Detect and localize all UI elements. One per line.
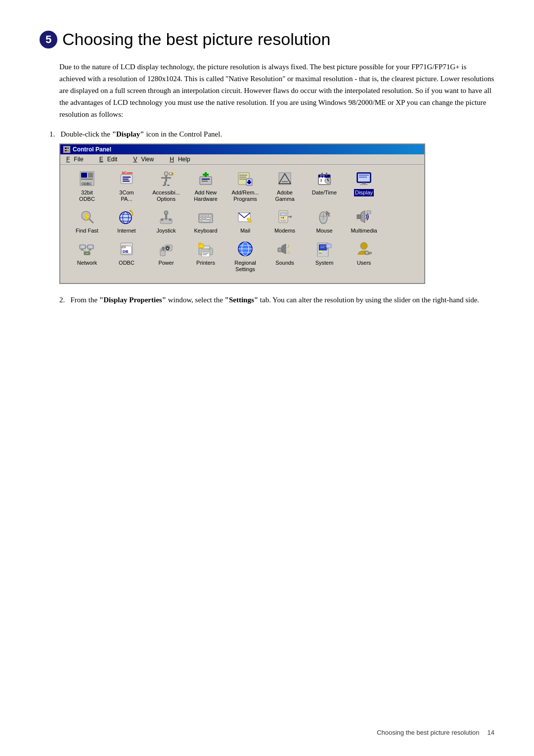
cp-icon-adobe[interactable]: AdobeGamma [265, 170, 305, 203]
svg-point-63 [161, 219, 164, 221]
step-1-label: 1. [49, 130, 55, 138]
svg-rect-111 [162, 247, 164, 250]
cp-icon-sounds[interactable]: ♪ ♫ Sounds [265, 240, 305, 273]
cp-icon-multimedia[interactable]: Multimedia [344, 208, 384, 235]
svg-rect-20 [167, 185, 170, 186]
cp-icon-mouse[interactable]: Mouse [305, 208, 344, 235]
cp-icon-power-label: Power [157, 259, 175, 267]
cp-icon-multimedia-img [355, 208, 373, 226]
cp-icon-network-img [78, 240, 96, 258]
svg-point-22 [170, 173, 172, 175]
body-paragraph: Due to the nature of LCD display technol… [59, 61, 494, 120]
cp-icon-add-hardware-label: Add NewHardware [193, 189, 219, 203]
cp-icon-accessibility[interactable]: Accessibi...Options [146, 170, 186, 203]
step-2-mid: window, select the [166, 296, 225, 304]
cp-icon-findfast[interactable]: Find Fast [67, 208, 107, 235]
step-1-text: 1. Double-click the "Display" icon in th… [49, 130, 494, 139]
svg-rect-41 [321, 173, 323, 176]
cp-icon-modems[interactable]: Modems [265, 208, 305, 235]
svg-rect-24 [202, 179, 210, 180]
svg-point-80 [285, 217, 286, 219]
svg-point-132 [320, 250, 322, 252]
cp-icon-network[interactable]: Network [67, 240, 107, 273]
footer-right-text: 14 [488, 729, 494, 736]
cp-icon-odbc[interactable]: DB ODBC [107, 240, 146, 273]
svg-point-101 [88, 253, 89, 254]
svg-rect-6 [81, 173, 87, 178]
svg-rect-19 [163, 185, 165, 186]
cp-icon-internet[interactable]: Internet [107, 208, 146, 235]
cp-icon-joystick[interactable]: Joystick [146, 208, 186, 235]
svg-rect-68 [206, 215, 208, 217]
cp-icon-adobe-img [276, 170, 294, 188]
cp-icon-add-remove[interactable]: Add/Rem...Programs [225, 170, 265, 203]
step-2-bold1: "Display Properties" [99, 296, 166, 304]
cp-icon-3com-label: 3ComPA... [118, 189, 134, 203]
cp-icon-network-label: Network [76, 259, 98, 267]
cp-icon-32bit[interactable]: ODBC 32bitODBC [67, 170, 107, 203]
svg-point-100 [87, 253, 88, 254]
cp-icon-display-img [355, 170, 373, 188]
step-2-post: tab. You can alter the resolution by usi… [258, 296, 479, 304]
cp-icon-users-img [355, 240, 373, 258]
svg-rect-17 [161, 177, 171, 179]
svg-rect-42 [326, 173, 327, 176]
step-2-label: 2. [59, 296, 65, 304]
svg-text:3: 3 [320, 178, 322, 183]
svg-text:♪: ♪ [287, 242, 290, 249]
cp-menubar: FFile EEdit VView HHelp [60, 154, 424, 165]
svg-point-141 [366, 252, 368, 254]
page-title-container: 5 Choosing the best picture resolution [40, 30, 494, 49]
svg-rect-72 [206, 218, 211, 219]
svg-rect-66 [200, 215, 202, 217]
svg-rect-11 [123, 177, 131, 178]
cp-icon-internet-label: Internet [116, 227, 136, 235]
cp-icon-regional[interactable]: RegionalSettings [225, 240, 265, 273]
svg-rect-2 [67, 147, 69, 149]
svg-rect-143 [371, 252, 372, 254]
svg-rect-106 [122, 246, 126, 248]
svg-rect-3 [65, 150, 67, 151]
cp-icon-mail-img [236, 208, 254, 226]
cp-icon-internet-img [118, 208, 135, 226]
cp-icon-system-img [315, 240, 333, 258]
cp-icon-3com[interactable]: 3Com 3ComPA... [107, 170, 146, 203]
svg-rect-94 [89, 245, 92, 248]
cp-icon-accessibility-label: Accessibi...Options [151, 189, 181, 203]
svg-text:3Com: 3Com [122, 171, 133, 175]
cp-icon-display[interactable]: Display [344, 170, 384, 203]
svg-rect-126 [278, 248, 282, 252]
svg-point-139 [360, 242, 367, 249]
svg-text:♫: ♫ [287, 249, 291, 255]
cp-icon-power[interactable]: Power [146, 240, 186, 273]
cp-icon-users[interactable]: Users [344, 240, 384, 273]
svg-rect-134 [320, 246, 325, 246]
step-1-pre: Double-click the [61, 130, 112, 138]
svg-rect-1 [65, 147, 67, 149]
svg-rect-13 [123, 181, 130, 182]
svg-rect-8 [81, 179, 93, 180]
cp-menu-view[interactable]: VView [129, 155, 158, 163]
svg-rect-71 [203, 218, 205, 219]
cp-icon-printers-label: Printers [195, 259, 216, 267]
cp-icon-keyboard[interactable]: Keyboard [186, 208, 225, 235]
cp-icon-printers[interactable]: Printers [186, 240, 225, 273]
svg-rect-81 [280, 220, 286, 222]
cp-menu-file[interactable]: FFile [62, 155, 88, 163]
cp-icon-add-hardware[interactable]: Add NewHardware [186, 170, 225, 203]
cp-menu-edit[interactable]: EEdit [95, 155, 122, 163]
svg-rect-27 [203, 174, 209, 176]
cp-icon-32bit-label: 32bitODBC [78, 189, 96, 203]
svg-text:DB: DB [123, 249, 129, 254]
cp-icon-mouse-label: Mouse [315, 227, 333, 235]
svg-line-53 [89, 219, 93, 223]
cp-icon-accessibility-img [157, 170, 175, 188]
cp-menu-help[interactable]: HHelp [166, 155, 194, 163]
cp-icon-mail-label: Mail [239, 227, 251, 235]
cp-icon-mail[interactable]: Mail [225, 208, 265, 235]
cp-icon-system[interactable]: System [305, 240, 344, 273]
cp-icon-32bit-img: ODBC [78, 170, 96, 188]
svg-point-62 [164, 211, 168, 215]
cp-icon-datetime[interactable]: 1 2 3 Date/Time [305, 170, 344, 203]
svg-rect-87 [357, 215, 361, 219]
